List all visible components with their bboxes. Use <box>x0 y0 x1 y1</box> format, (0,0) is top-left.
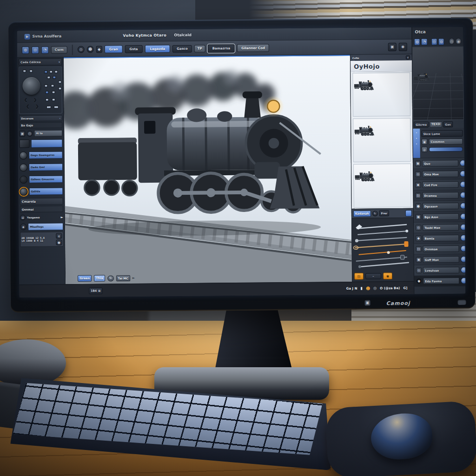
box-icon[interactable]: ▣ <box>19 131 25 137</box>
row-knob[interactable] <box>460 171 465 177</box>
person-button[interactable]: ☻ <box>56 239 62 245</box>
locomotive-thumbnail[interactable] <box>352 73 410 117</box>
nav-grid-button[interactable] <box>49 71 53 73</box>
common-row[interactable]: Common <box>429 139 463 145</box>
close-icon[interactable]: × <box>406 55 410 60</box>
inspector-row[interactable]: ◆Bamla <box>414 233 465 244</box>
nav-grid-button[interactable] <box>46 99 49 101</box>
nav-mini-button[interactable] <box>29 70 33 73</box>
nav-num-button[interactable] <box>46 106 51 109</box>
inspector-row[interactable]: ◎Taabl Mae <box>414 222 465 233</box>
refresh-icon[interactable]: ↻ <box>372 211 378 216</box>
grid-button[interactable]: ⊞ <box>56 233 62 238</box>
nav-arrow-icon[interactable]: ❯ <box>35 104 39 109</box>
nav-grid-button[interactable] <box>44 85 47 87</box>
inspector-row[interactable]: ▤Dcamea <box>413 190 464 201</box>
inspector-row[interactable]: ●Dgsaaso <box>414 201 465 212</box>
nav-side-button[interactable] <box>58 80 61 83</box>
row-knob[interactable] <box>460 203 466 209</box>
row-knob[interactable] <box>460 235 465 241</box>
refresh-icon[interactable]: ↻ <box>107 275 114 281</box>
inspector-row[interactable]: ◆Cud Fire <box>413 179 464 191</box>
tab-frer[interactable]: Frer <box>379 210 390 216</box>
lagazda-button[interactable]: Lagazda <box>145 45 170 53</box>
row-knob[interactable] <box>460 224 465 231</box>
field2-row[interactable]: ◉ Mkadlegs <box>20 222 63 231</box>
nav-side-button[interactable] <box>59 87 62 90</box>
inspector-row[interactable]: ▣Gaff Mao <box>414 254 465 265</box>
nav-num-button[interactable] <box>54 106 59 108</box>
row-knob[interactable] <box>461 267 466 273</box>
view-grey-button-2[interactable]: ◉ <box>456 38 462 45</box>
tool-dark-button[interactable]: – <box>365 273 381 279</box>
locomotive-thumbnail[interactable] <box>353 118 411 162</box>
lock-tool-icon[interactable]: ◆ <box>96 46 102 53</box>
row-knob[interactable] <box>460 192 466 198</box>
row-knob[interactable] <box>461 245 466 252</box>
tool-ball-button-1[interactable]: ◍ <box>22 46 29 53</box>
nav-arrow-icon[interactable]: ❯ <box>33 98 37 102</box>
gilanner-button[interactable]: Gilanner Cod <box>237 44 269 52</box>
tp-button[interactable]: TP <box>194 45 205 52</box>
row-knob[interactable] <box>461 256 466 263</box>
photos-titlebar[interactable]: Cvito × <box>350 54 412 61</box>
nav-grid-button[interactable] <box>46 91 49 94</box>
tab-gilcrea[interactable]: Gilcrea <box>414 121 429 127</box>
row-knob[interactable] <box>461 278 465 284</box>
sidebar-field-1[interactable]: Dzcaram • <box>19 115 62 121</box>
gsta-button[interactable]: Gsta <box>125 45 142 53</box>
circle-tool-icon[interactable]: ◎ <box>78 46 85 53</box>
thia-button[interactable]: Thia <box>94 275 105 282</box>
tab-texd[interactable]: TEXD <box>430 121 442 127</box>
nav-grid-button[interactable] <box>51 85 54 87</box>
sub-box-button[interactable]: ▣ <box>422 139 428 145</box>
view-grey-button-1[interactable]: ◎ <box>449 38 455 45</box>
sidebar-item[interactable]: Oa4o Gml <box>20 161 63 173</box>
chip-label[interactable]: Ai ta <box>34 130 62 137</box>
sidebar-item-selected[interactable]: Gdilda <box>20 185 63 197</box>
sub-slider[interactable] <box>429 147 463 152</box>
view-ball-button-1[interactable]: ◍ <box>414 38 421 45</box>
person-tool-icon[interactable]: ☻ <box>87 46 94 53</box>
row-knob[interactable] <box>460 181 465 188</box>
inspector-row[interactable]: ◎Lveulvaa <box>414 265 465 276</box>
trackball-sphere[interactable] <box>22 77 40 95</box>
green-button[interactable]: Green <box>78 275 92 282</box>
inspector-row[interactable]: ▤Ovnmaa <box>414 244 465 255</box>
tab-gas[interactable]: Gas <box>443 121 453 127</box>
row-knob[interactable] <box>460 160 466 166</box>
grao-button[interactable]: Grao <box>105 45 123 53</box>
tool-ball-button-2[interactable]: ◎ <box>32 46 39 53</box>
circle-icon[interactable]: ◎ <box>26 130 33 136</box>
panel-toggle-button-1[interactable]: ▣ <box>388 43 397 51</box>
nav-mini-button[interactable] <box>23 70 26 73</box>
tool-orange-button-1[interactable]: ▤ <box>354 273 364 280</box>
bamazrsa-button[interactable]: Bamazrsa <box>208 44 235 53</box>
sidebar-item[interactable]: Gogs Gsamgzras <box>20 149 63 161</box>
nav-grid-button[interactable] <box>54 70 58 73</box>
row-knob[interactable] <box>460 213 466 220</box>
locomotive-thumbnail[interactable] <box>353 164 411 208</box>
nav-grid-button[interactable] <box>52 98 55 101</box>
nav-arrow-icon[interactable]: ❮ <box>24 98 28 102</box>
view-ball-button-4[interactable]: ◍ <box>438 38 445 45</box>
view-ball-button-2[interactable]: ◔ <box>421 38 428 45</box>
tai-label[interactable]: Tai MC <box>116 275 130 281</box>
tab-kadanah[interactable]: Kadanah <box>353 210 371 217</box>
preview-3d-viewport[interactable] <box>412 46 464 120</box>
inspector-row[interactable]: ▣Quo <box>413 158 464 169</box>
status-left-chip[interactable]: 1B4 ⊞ <box>89 287 102 294</box>
main-canvas[interactable]: Green Thia ↻ Tai MC ► <box>64 55 352 284</box>
inspector-row[interactable]: ◎Oma Mae <box>413 169 464 180</box>
nav-grid-button[interactable] <box>52 91 55 93</box>
subpanel-icon-column[interactable]: • • • <box>413 129 420 158</box>
sidebar-section-view[interactable]: Cada Cdilcea ▾ <box>19 58 62 66</box>
tool-ball-button-3[interactable]: ◔ <box>41 46 49 53</box>
gasco-button[interactable]: Gasco <box>172 45 192 52</box>
inspector-row[interactable]: ▣Bgs Amo <box>414 212 465 223</box>
nav-grid-button[interactable] <box>44 71 47 73</box>
nav-grid-button[interactable] <box>53 76 56 79</box>
view-ball-button-3[interactable]: ◎ <box>431 38 437 45</box>
panel-toggle-button-2[interactable]: ◉ <box>399 42 407 51</box>
navigator-panel[interactable]: ❮ ❯ ❮ ❯ <box>19 66 62 114</box>
